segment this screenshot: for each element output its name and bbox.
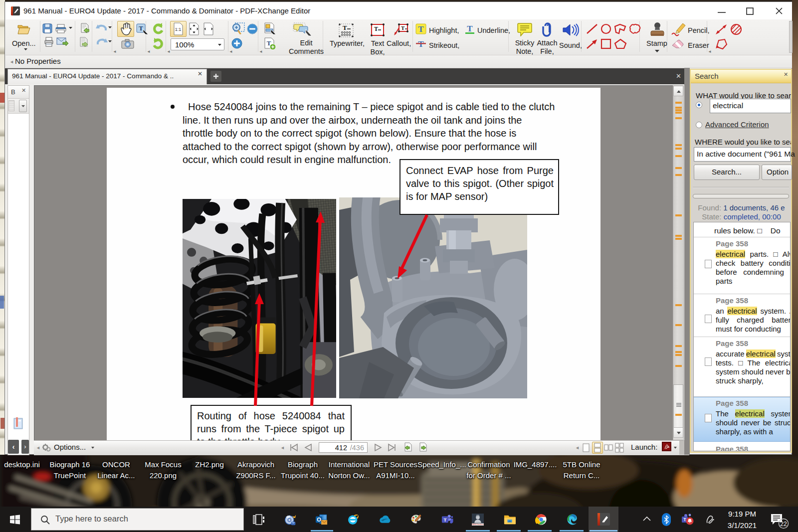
- svg-text:T: T: [374, 25, 378, 32]
- svg-text:T: T: [343, 24, 347, 31]
- svg-text:1:1: 1:1: [175, 27, 182, 32]
- svg-text:T: T: [443, 517, 446, 523]
- svg-text:T: T: [139, 24, 143, 32]
- svg-text:T: T: [683, 517, 686, 522]
- svg-text:T: T: [467, 24, 473, 33]
- svg-text:T: T: [401, 25, 405, 31]
- svg-text:SIEMENS Healthineers: SIEMENS Healthineers: [472, 524, 484, 526]
- svg-text:T: T: [418, 24, 424, 34]
- svg-text:O: O: [317, 517, 321, 523]
- svg-text:22: 22: [780, 521, 787, 528]
